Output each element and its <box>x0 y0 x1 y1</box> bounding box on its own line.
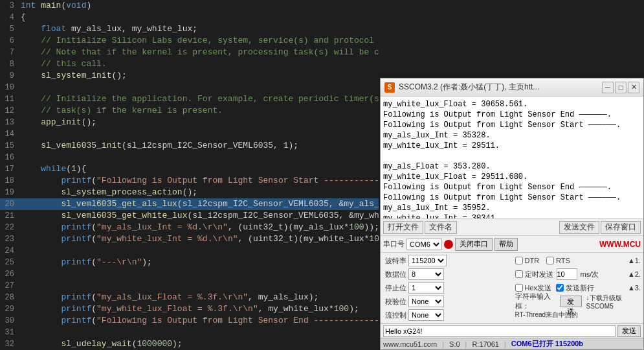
line-content <box>18 152 379 163</box>
line-content: // task(s) if the kernel is present. <box>18 105 379 117</box>
line-content: sl_system_process_action(); <box>18 187 379 198</box>
port-label: 串口号 <box>383 239 405 249</box>
close-button[interactable]: ✕ <box>628 82 639 93</box>
line-content: printf("Following is Output from Light S… <box>18 315 379 327</box>
line-content <box>18 128 379 140</box>
serial-output[interactable]: my_white_lux_Float = 30658.561.Following… <box>381 97 643 219</box>
code-editor: 3int main(void)4{5 float my_als_lux, my_… <box>0 0 379 350</box>
parity-select[interactable]: None <box>408 296 444 307</box>
line-number: 27 <box>0 280 18 292</box>
hex-checkbox[interactable] <box>515 284 523 292</box>
file-name-button[interactable]: 文件名 <box>425 221 457 234</box>
line-number: 17 <box>0 163 18 175</box>
line-content: // Initialize the application. For examp… <box>18 93 379 105</box>
status-indicator <box>444 240 453 249</box>
stop-select[interactable]: 1 <box>408 282 444 294</box>
serial-input-field[interactable] <box>383 325 616 337</box>
code-line: 22 printf("my_als_lux_Int = %d.\r\n", (u… <box>0 222 379 233</box>
line-content <box>18 268 379 280</box>
rts-label: RTS <box>556 257 570 264</box>
code-line: 8 // this call. <box>0 58 379 70</box>
code-line: 26 <box>0 268 379 280</box>
stop-row: 停止位 1 <box>383 281 512 294</box>
code-line: 3int main(void) <box>0 0 379 12</box>
code-line: 24 <box>0 245 379 257</box>
line-number: 25 <box>0 257 18 268</box>
dtr-checkbox[interactable] <box>515 257 523 264</box>
serial-monitor-window: S SSCOM3.2 (作者:聂小猛(丁丁), 主页htt... ─ □ ✕ m… <box>380 78 644 350</box>
serial-output-line: Following is Output from Light Sensor En… <box>383 182 641 192</box>
code-line: 13 app_init(); <box>0 117 379 128</box>
rtthread-row: RT-Thread来自中国的 <box>515 309 641 321</box>
char-send-button[interactable]: 发送 <box>560 296 581 307</box>
line-number: 10 <box>0 82 18 93</box>
newline-checkbox[interactable] <box>556 284 564 292</box>
code-line: 30 printf("Following is Output from Ligh… <box>0 315 379 327</box>
code-line: 18 printf("Following is Output from Ligh… <box>0 175 379 187</box>
timer-input[interactable] <box>557 268 577 280</box>
line-content <box>18 280 379 292</box>
timer-checkbox[interactable] <box>515 270 523 278</box>
code-line: 10 <box>0 82 379 93</box>
port-select[interactable]: COM6 <box>406 239 442 250</box>
line-number: 22 <box>0 222 18 233</box>
line-number: 7 <box>0 47 18 58</box>
restore-button[interactable]: □ <box>615 82 627 93</box>
right-panel-3: ▲3. <box>628 284 641 292</box>
port-row: 串口号 COM6 关闭串口 帮助 WWW.MCU <box>381 236 643 253</box>
status-url: www.mcu51.com <box>383 340 437 348</box>
line-content: printf("my_white_lux_Int = %d.\r\n", (ui… <box>18 233 379 245</box>
send-file-button[interactable]: 发送文件 <box>559 221 599 234</box>
line-number: 31 <box>0 327 18 338</box>
code-line: 6 // Initialize Silicon Labs device, sys… <box>0 35 379 47</box>
line-number: 13 <box>0 117 18 128</box>
status-r: R:17061 <box>472 340 499 348</box>
data-row: 数据位 8 <box>383 268 512 281</box>
line-number: 8 <box>0 58 18 70</box>
line-number: 32 <box>0 338 18 350</box>
line-content: // this call. <box>18 58 379 70</box>
serial-output-line: my_white_lux_Float = 29511.680. <box>383 172 641 182</box>
line-content: printf("my_als_lux_Float = %.3f.\r\n", m… <box>18 292 379 303</box>
serial-toolbar: 打开文件 文件名 发送文件 保存窗口 <box>381 219 643 236</box>
serial-statusbar: www.mcu51.com | S:0 | R:17061 | COM6已打开 … <box>381 338 643 349</box>
charframe-row: 字符串输入框： 发送 ↓下载升级版SSCOM5 <box>515 295 641 308</box>
newline-label: 发送新行 <box>566 283 594 293</box>
help-button[interactable]: 帮助 <box>494 238 518 251</box>
code-line: 15 sl_veml6035_init(sl_i2cspm_I2C_Sensor… <box>0 140 379 152</box>
line-number: 26 <box>0 268 18 280</box>
settings-panel: 波特率 115200 数据位 8 停止位 1 校验位 None <box>381 253 643 323</box>
line-number: 30 <box>0 315 18 327</box>
status-sep-2: | <box>465 340 467 348</box>
right-panel-1: ▲1. <box>628 257 641 264</box>
line-number: 18 <box>0 175 18 187</box>
code-line: 27 <box>0 280 379 292</box>
line-number: 9 <box>0 70 18 82</box>
rtthread-label: RT-Thread来自中国的 <box>515 310 579 320</box>
minimize-button[interactable]: ─ <box>602 82 614 93</box>
serial-send-button[interactable]: 发送 <box>617 325 641 337</box>
serial-output-line: my_white_lux_Int = 29511. <box>383 141 641 151</box>
rts-checkbox[interactable] <box>546 257 554 264</box>
line-number: 3 <box>0 0 18 12</box>
com-status: COM6已打开 115200b <box>511 339 583 349</box>
line-content: sl_veml6035_get_als_lux(sl_i2cspm_I2C_Se… <box>18 198 379 210</box>
data-select[interactable]: 8 <box>408 268 444 280</box>
line-number: 12 <box>0 105 18 117</box>
close-port-button[interactable]: 关闭串口 <box>455 238 493 251</box>
right-panel-2: ▲2. <box>628 270 641 278</box>
open-file-button[interactable]: 打开文件 <box>383 221 423 234</box>
save-window-button[interactable]: 保存窗口 <box>601 221 641 234</box>
parity-label: 校验位 <box>383 297 406 307</box>
upgrade-label: ↓下载升级版SSCOM5 <box>586 294 641 310</box>
flow-select[interactable]: None <box>408 309 444 321</box>
line-number: 6 <box>0 35 18 47</box>
serial-output-line: my_als_lux_Int = 35328. <box>383 130 641 141</box>
code-line: 17 while(1){ <box>0 163 379 175</box>
line-content: printf("---\r\n"); <box>18 257 379 268</box>
baud-select[interactable]: 115200 <box>408 255 447 266</box>
timer-row: 定时发送 ms/次 ▲2. <box>515 268 641 281</box>
line-content <box>18 245 379 257</box>
line-number: 24 <box>0 245 18 257</box>
dtr-label: DTR <box>525 257 540 264</box>
